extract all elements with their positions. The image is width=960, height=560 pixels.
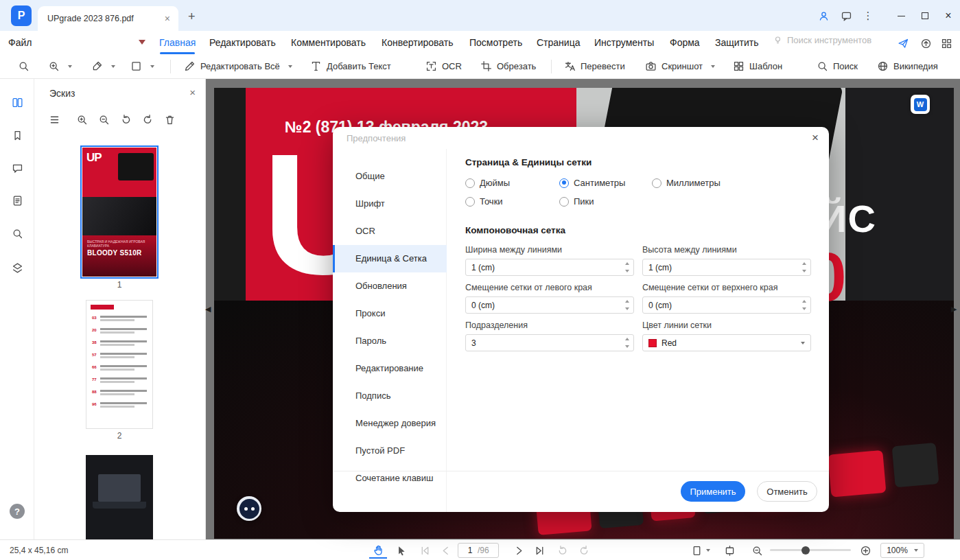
menu-view[interactable]: Посмотреть	[469, 36, 522, 49]
expand-right-panel-button[interactable]: ▶	[951, 305, 957, 314]
collapse-left-panel-button[interactable]: ◀	[205, 305, 211, 314]
menu-form[interactable]: Форма	[670, 36, 700, 49]
zoom-slider-knob[interactable]	[801, 546, 810, 555]
menu-comment[interactable]: Комментировать	[291, 36, 366, 49]
radio-picas[interactable]: Пики	[559, 196, 594, 207]
sidebar-thumbnails-button[interactable]	[9, 94, 25, 110]
rotate-left-button[interactable]	[118, 112, 133, 127]
zoom-out-button[interactable]	[748, 542, 766, 559]
radio-points[interactable]: Точки	[465, 196, 503, 207]
tab-close-icon[interactable]: ×	[163, 13, 172, 24]
first-page-button[interactable]	[416, 542, 434, 559]
panel-close-icon[interactable]: ×	[189, 86, 196, 98]
ocr-button[interactable]: OCR	[425, 54, 462, 78]
highlight-tool-button[interactable]	[91, 54, 115, 78]
maximize-button[interactable]	[918, 9, 932, 23]
nav-item-ocr[interactable]: OCR	[333, 218, 447, 245]
upload-cloud-button[interactable]	[918, 36, 933, 51]
edit-all-button[interactable]: Редактировать Всё	[184, 54, 292, 78]
sidebar-comments-button[interactable]	[9, 160, 25, 176]
nav-item-trust-manager[interactable]: Менеджер доверия	[333, 410, 447, 437]
export-to-word-button[interactable]: W	[911, 95, 930, 114]
template-button[interactable]: Шаблон	[733, 54, 782, 78]
minimize-button[interactable]	[894, 9, 908, 23]
crop-button[interactable]: Обрезать	[480, 54, 536, 78]
menu-protect[interactable]: Защитить	[715, 36, 759, 49]
nav-item-font[interactable]: Шрифт	[333, 190, 447, 218]
grid-width-input[interactable]	[466, 259, 633, 275]
ribbon-collapse-caret-icon[interactable]	[139, 40, 145, 45]
rotate-right-button[interactable]	[140, 112, 155, 127]
screenshot-button[interactable]: Скриншот	[645, 54, 715, 78]
nav-item-proxy[interactable]: Прокси	[333, 300, 447, 327]
menu-convert[interactable]: Конвертировать	[382, 36, 454, 49]
zoom-area-tool-button[interactable]	[48, 54, 72, 78]
close-window-button[interactable]: ×	[941, 9, 955, 23]
spinner-down-icon[interactable]	[625, 345, 629, 348]
sidebar-stamps-button[interactable]	[9, 259, 25, 276]
cancel-button[interactable]: Отменить	[757, 481, 817, 502]
grid-offset-top-input[interactable]	[643, 297, 810, 313]
nav-item-blank-pdf[interactable]: Пустой PDF	[333, 437, 447, 465]
menu-edit[interactable]: Редактировать	[209, 36, 276, 49]
select-tool-button[interactable]	[392, 542, 410, 559]
add-text-button[interactable]: Добавить Текст	[310, 54, 391, 78]
feedback-button[interactable]	[838, 8, 854, 24]
wikipedia-button[interactable]: Википедия	[877, 54, 938, 78]
spinner-up-icon[interactable]	[625, 338, 629, 340]
thumb-zoom-in-button[interactable]	[74, 112, 89, 127]
page-thumbnail-3[interactable]	[86, 455, 153, 539]
tool-search-field[interactable]: Поиск инструментов	[773, 35, 871, 45]
apply-button[interactable]: Применить	[681, 481, 745, 502]
menu-home[interactable]: Главная	[159, 36, 196, 49]
last-page-button[interactable]	[530, 542, 548, 559]
sidebar-bookmarks-button[interactable]	[9, 127, 25, 143]
nav-item-unit-grid[interactable]: Единица & Сетка	[333, 245, 447, 272]
shape-tool-button[interactable]	[130, 54, 154, 78]
dialog-close-icon[interactable]: ×	[812, 131, 819, 145]
grid-height-input[interactable]	[643, 259, 810, 275]
grid-color-select[interactable]: Red	[642, 334, 811, 351]
page-view-mode-button[interactable]	[688, 542, 713, 559]
menu-file[interactable]: Файл	[8, 36, 32, 49]
scroll-mode-button[interactable]	[721, 542, 738, 559]
radio-centimeters[interactable]: Сантиметры	[559, 178, 625, 188]
nav-item-updates[interactable]: Обновления	[333, 272, 447, 300]
spinner-down-icon[interactable]	[802, 307, 806, 310]
nav-item-signature[interactable]: Подпись	[333, 382, 447, 410]
menu-tools[interactable]: Инструменты	[594, 36, 654, 49]
share-button[interactable]	[895, 36, 911, 51]
next-page-button[interactable]	[509, 542, 527, 559]
thumb-list-options-button[interactable]	[47, 112, 62, 127]
radio-inches[interactable]: Дюймы	[465, 178, 510, 188]
spinner-up-icon[interactable]	[802, 262, 806, 265]
spinner-up-icon[interactable]	[625, 262, 629, 265]
radio-millimeters[interactable]: Миллиметры	[652, 178, 721, 188]
nav-item-general[interactable]: Общие	[333, 163, 447, 190]
page-number-input[interactable]	[463, 546, 478, 555]
new-tab-button[interactable]: +	[188, 10, 196, 24]
nav-item-editing[interactable]: Редактирование	[333, 355, 447, 382]
spinner-up-icon[interactable]	[802, 300, 806, 303]
zoom-level-select[interactable]: 100%	[880, 543, 924, 558]
grid-offset-left-input[interactable]	[466, 297, 633, 313]
sidebar-search-button[interactable]	[9, 225, 25, 242]
zoom-slider[interactable]	[770, 549, 851, 551]
more-menu-button[interactable]: ⋮	[860, 8, 876, 24]
ai-assistant-button[interactable]	[237, 496, 261, 521]
zoom-in-button[interactable]	[856, 542, 874, 559]
next-view-button[interactable]	[575, 542, 593, 559]
spinner-down-icon[interactable]	[625, 270, 629, 272]
page-thumbnail-2[interactable]: 03 20 38 57 66 77 88 96	[86, 300, 153, 429]
document-tab[interactable]: UPgrade 2023 876.pdf ×	[38, 6, 178, 31]
apps-grid-button[interactable]	[939, 36, 954, 51]
spinner-down-icon[interactable]	[802, 270, 806, 272]
previous-view-button[interactable]	[553, 542, 571, 559]
delete-page-button[interactable]	[162, 112, 177, 127]
account-button[interactable]	[815, 8, 832, 24]
menu-page[interactable]: Страница	[537, 36, 580, 49]
select-zoom-tool-button[interactable]	[18, 54, 30, 78]
page-thumbnail-1[interactable]: UP БЫСТРАЯ И НАДЕЖНАЯ ИГРОВАЯ КЛАВИАТУРА…	[82, 148, 156, 277]
sidebar-attachments-button[interactable]	[9, 192, 25, 209]
help-button[interactable]: ?	[10, 504, 25, 519]
